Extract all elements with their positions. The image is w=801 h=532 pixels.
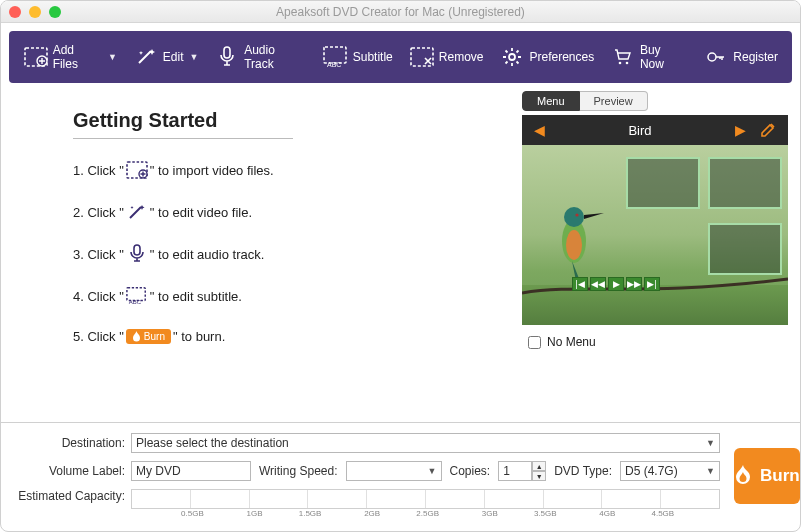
tab-preview[interactable]: Preview: [580, 91, 648, 111]
dvd-type-select[interactable]: D5 (4.7G)▼: [620, 461, 720, 481]
add-files-icon: [126, 161, 148, 179]
chevron-down-icon: ▼: [706, 438, 715, 448]
output-settings-form: Destination: Please select the destinati…: [13, 433, 720, 519]
add-files-label: Add Files: [53, 43, 102, 71]
burn-button-label: Burn: [760, 466, 800, 486]
magic-wand-icon: [126, 203, 148, 221]
step-3: 3. Click " " to edit audio track.: [73, 245, 482, 263]
remove-button[interactable]: Remove: [401, 31, 492, 83]
buy-now-button[interactable]: Buy Now: [602, 31, 695, 83]
preview-tabs: Menu Preview: [522, 91, 788, 111]
destination-select[interactable]: Please select the destination▼: [131, 433, 720, 453]
destination-label: Destination:: [13, 436, 125, 450]
remove-icon: [409, 44, 435, 70]
gear-icon: [499, 44, 525, 70]
window-titlebar: Apeaksoft DVD Creator for Mac (Unregiste…: [1, 1, 800, 23]
writing-speed-label: Writing Speed:: [259, 464, 338, 478]
window-title: Apeaksoft DVD Creator for Mac (Unregiste…: [1, 5, 800, 19]
menu-template-header: ◀ Bird ▶: [522, 115, 788, 145]
main-content: Getting Started 1. Click " " to import v…: [1, 91, 800, 422]
edit-button[interactable]: Edit ▼: [125, 31, 207, 83]
burn-button[interactable]: Burn: [734, 448, 800, 504]
menu-template-title: Bird: [545, 123, 735, 138]
svg-point-8: [626, 62, 629, 65]
svg-text:ABC: ABC: [327, 61, 341, 68]
tab-menu[interactable]: Menu: [522, 91, 580, 111]
cart-icon: [610, 44, 636, 70]
preview-panel: Menu Preview ◀ Bird ▶: [522, 91, 788, 422]
preferences-button[interactable]: Preferences: [491, 31, 602, 83]
add-files-button[interactable]: Add Files ▼: [15, 31, 125, 83]
chevron-down-icon: ▼: [108, 52, 117, 62]
magic-wand-icon: [133, 44, 159, 70]
subtitle-label: Subtitle: [353, 50, 393, 64]
playback-controls: |◀ ◀◀ ▶ ▶▶ ▶|: [572, 277, 660, 291]
svg-point-18: [575, 213, 578, 216]
chevron-down-icon: ▼: [706, 466, 715, 476]
svg-point-6: [509, 54, 515, 60]
step-2: 2. Click " " to edit video file.: [73, 203, 482, 221]
prev-template-button[interactable]: ◀: [534, 122, 545, 138]
skip-forward-icon: ▶|: [644, 277, 660, 291]
capacity-meter: 0.5GB 1GB 1.5GB 2GB 2.5GB 3GB 3.5GB 4GB …: [131, 489, 720, 509]
remove-label: Remove: [439, 50, 484, 64]
menu-thumbnail: [708, 157, 782, 209]
getting-started-title: Getting Started: [73, 109, 293, 139]
chevron-down-icon: ▼: [190, 52, 199, 62]
rewind-icon: ◀◀: [590, 277, 606, 291]
volume-label-input[interactable]: My DVD: [131, 461, 251, 481]
buy-now-label: Buy Now: [640, 43, 687, 71]
menu-thumbnail: [708, 223, 782, 275]
subtitle-icon: ABC: [323, 44, 349, 70]
copies-label: Copies:: [450, 464, 491, 478]
register-button[interactable]: Register: [695, 31, 786, 83]
step-4: 4. Click " ABC " to edit subtitle.: [73, 287, 482, 305]
step-1: 1. Click " " to import video files.: [73, 161, 482, 179]
copies-stepper[interactable]: 1 ▲▼: [498, 461, 546, 481]
flame-icon: [734, 465, 752, 487]
no-menu-checkbox[interactable]: No Menu: [522, 335, 788, 349]
microphone-icon: [214, 44, 240, 70]
svg-point-17: [564, 207, 584, 227]
bottom-panel: Destination: Please select the destinati…: [1, 422, 800, 531]
svg-point-7: [619, 62, 622, 65]
writing-speed-select[interactable]: ▼: [346, 461, 442, 481]
getting-started-panel: Getting Started 1. Click " " to import v…: [13, 91, 510, 422]
main-toolbar: Add Files ▼ Edit ▼ Audio Track ABC Subti…: [9, 31, 792, 83]
play-icon: ▶: [608, 277, 624, 291]
menu-preview-image: |◀ ◀◀ ▶ ▶▶ ▶|: [522, 145, 788, 325]
capacity-label: Estimated Capacity:: [13, 489, 125, 503]
skip-back-icon: |◀: [572, 277, 588, 291]
svg-rect-2: [224, 47, 230, 58]
subtitle-icon: ABC: [126, 287, 148, 305]
next-template-button[interactable]: ▶: [735, 122, 746, 138]
subtitle-button[interactable]: ABC Subtitle: [315, 31, 401, 83]
copies-down-button[interactable]: ▼: [532, 471, 546, 481]
svg-rect-12: [134, 245, 140, 255]
volume-label-label: Volume Label:: [13, 464, 125, 478]
dvd-type-label: DVD Type:: [554, 464, 612, 478]
audio-track-button[interactable]: Audio Track: [206, 31, 314, 83]
svg-point-16: [566, 230, 582, 260]
svg-text:ABC: ABC: [129, 299, 142, 305]
register-label: Register: [733, 50, 778, 64]
microphone-icon: [126, 245, 148, 263]
fast-forward-icon: ▶▶: [626, 277, 642, 291]
preferences-label: Preferences: [529, 50, 594, 64]
add-files-icon: [23, 44, 49, 70]
key-icon: [703, 44, 729, 70]
burn-chip: Burn: [126, 329, 171, 344]
audio-track-label: Audio Track: [244, 43, 307, 71]
edit-template-button[interactable]: [760, 122, 776, 138]
svg-point-9: [708, 53, 716, 61]
menu-thumbnail: [626, 157, 700, 209]
no-menu-input[interactable]: [528, 336, 541, 349]
step-5: 5. Click " Burn " to burn.: [73, 329, 482, 344]
edit-label: Edit: [163, 50, 184, 64]
copies-up-button[interactable]: ▲: [532, 461, 546, 471]
chevron-down-icon: ▼: [428, 466, 437, 476]
